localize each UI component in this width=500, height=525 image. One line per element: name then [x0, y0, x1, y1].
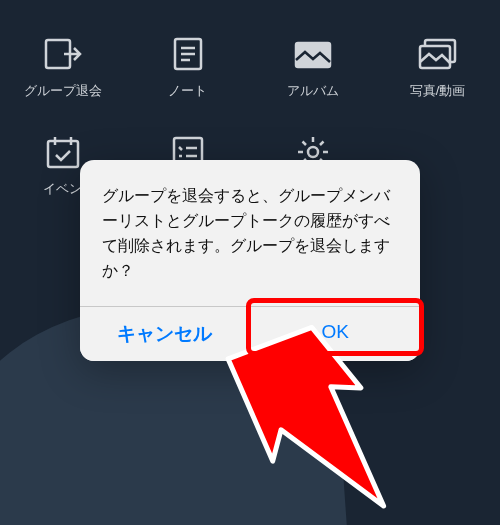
ok-button[interactable]: OK	[251, 307, 421, 361]
confirm-dialog: グループを退会すると、グループメンバーリストとグループトークの履歴がすべて削除さ…	[80, 160, 420, 360]
dialog-button-row: キャンセル OK	[80, 306, 420, 361]
dialog-message: グループを退会すると、グループメンバーリストとグループトークの履歴がすべて削除さ…	[80, 160, 420, 305]
cancel-button[interactable]: キャンセル	[80, 307, 251, 361]
dialog-overlay: グループを退会すると、グループメンバーリストとグループトークの履歴がすべて削除さ…	[0, 0, 500, 525]
